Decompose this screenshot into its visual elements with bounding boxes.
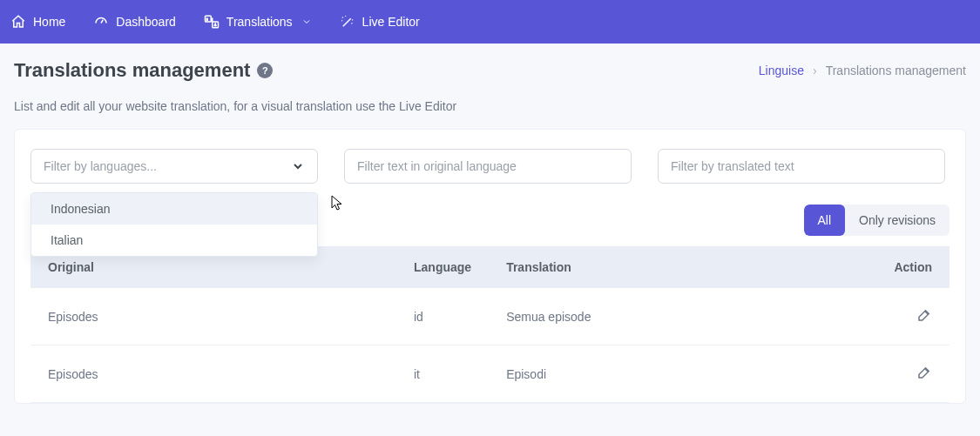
nav-live-editor-label: Live Editor <box>362 15 420 29</box>
chevron-down-icon <box>301 17 312 27</box>
page-subtext: List and edit all your website translati… <box>14 99 966 113</box>
col-language: Language <box>396 246 489 288</box>
breadcrumb-current: Translations management <box>826 64 966 77</box>
nav-home[interactable]: Home <box>10 14 65 30</box>
table-row: Episodes it Episodi <box>30 345 950 403</box>
nav-translations-label: Translations <box>226 15 293 29</box>
revision-toggle: All Only revisions <box>804 205 950 236</box>
breadcrumb-separator: › <box>813 64 817 77</box>
nav-dashboard-label: Dashboard <box>116 15 176 29</box>
dropdown-item-indonesian[interactable]: Indonesian <box>31 193 317 225</box>
edit-button[interactable] <box>916 365 932 380</box>
nav-translations[interactable]: Translations <box>204 14 312 30</box>
col-action: Action <box>876 246 950 288</box>
magic-wand-icon <box>340 14 355 30</box>
page-title: Translations management ? <box>14 59 273 82</box>
speedometer-icon <box>93 14 109 30</box>
dropdown-item-italian[interactable]: Italian <box>31 225 317 256</box>
edit-icon <box>916 365 932 380</box>
cell-translation: Episodi <box>489 345 876 403</box>
page-title-text: Translations management <box>14 59 250 82</box>
cell-translation: Semua episode <box>489 288 876 345</box>
nav-home-label: Home <box>33 15 65 29</box>
breadcrumb-root[interactable]: Linguise <box>759 64 804 77</box>
col-translation: Translation <box>489 246 876 288</box>
toggle-all[interactable]: All <box>804 205 846 236</box>
toggle-only-revisions[interactable]: Only revisions <box>845 205 950 236</box>
home-icon <box>10 14 26 30</box>
cell-language: id <box>396 288 489 345</box>
edit-button[interactable] <box>916 307 932 323</box>
nav-dashboard[interactable]: Dashboard <box>93 14 176 30</box>
translated-text-filter[interactable] <box>658 149 945 184</box>
breadcrumb: Linguise › Translations management <box>759 64 966 77</box>
language-dropdown: Indonesian Italian <box>30 192 318 257</box>
translate-icon <box>204 14 220 30</box>
cell-original: Episodes <box>30 345 396 403</box>
language-filter[interactable]: Filter by languages... Indonesian Italia… <box>30 149 318 184</box>
nav-live-editor[interactable]: Live Editor <box>340 14 420 30</box>
filter-card: Filter by languages... Indonesian Italia… <box>14 129 966 404</box>
translations-table: Original Language Translation Action Epi… <box>30 246 950 403</box>
cell-original: Episodes <box>30 288 396 345</box>
top-nav: Home Dashboard Translations Live Editor <box>0 0 980 44</box>
help-icon[interactable]: ? <box>257 63 273 78</box>
chevron-down-icon <box>291 159 305 173</box>
cell-language: it <box>396 345 489 403</box>
original-text-filter[interactable] <box>344 149 632 184</box>
table-row: Episodes id Semua episode <box>30 288 950 345</box>
edit-icon <box>916 307 932 323</box>
language-filter-placeholder: Filter by languages... <box>44 159 157 173</box>
